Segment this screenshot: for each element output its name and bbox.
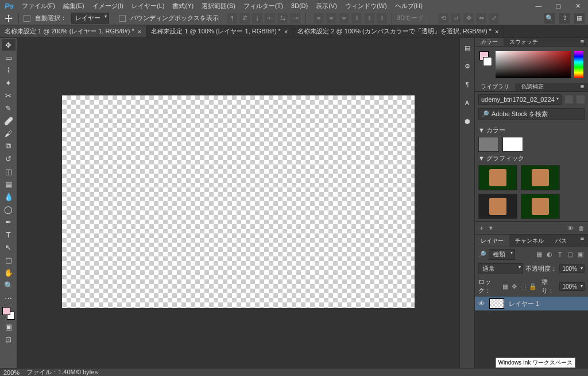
dist-top-button[interactable]: ≡ bbox=[314, 13, 324, 24]
menu-filter[interactable]: フィルター(T) bbox=[243, 2, 283, 10]
filter-pixel-icon[interactable]: ▦ bbox=[535, 251, 543, 259]
foreground-color-swatch[interactable] bbox=[2, 307, 10, 315]
lock-position-icon[interactable]: ✥ bbox=[510, 282, 517, 290]
filter-smart-icon[interactable]: ▣ bbox=[577, 251, 585, 259]
crop-tool[interactable]: ✂ bbox=[2, 90, 16, 101]
align-right-button[interactable]: ⭲ bbox=[290, 13, 300, 24]
lock-pixels-icon[interactable]: ▦ bbox=[502, 282, 509, 290]
library-sync-icon[interactable]: 👁 bbox=[567, 225, 574, 232]
color-field[interactable] bbox=[496, 51, 571, 78]
3d-zoom-button[interactable]: ⤢ bbox=[489, 13, 499, 24]
move-tool-icon[interactable] bbox=[3, 13, 14, 24]
3d-pan-button[interactable]: ✥ bbox=[463, 13, 474, 24]
quick-mask-button[interactable]: ▣ bbox=[2, 321, 16, 332]
minimize-button[interactable]: — bbox=[533, 2, 544, 9]
menu-layer[interactable]: レイヤー(L) bbox=[131, 2, 164, 10]
align-vcenter-button[interactable]: ⇵ bbox=[239, 13, 250, 24]
menu-view[interactable]: 表示(V) bbox=[316, 2, 337, 10]
library-delete-icon[interactable]: 🗑 bbox=[578, 225, 585, 232]
canvas-area[interactable] bbox=[17, 38, 459, 368]
magic-wand-tool[interactable]: ✦ bbox=[2, 77, 16, 89]
filter-type-icon[interactable]: T bbox=[556, 251, 564, 259]
filter-shape-icon[interactable]: ▢ bbox=[566, 251, 574, 259]
stamp-tool[interactable]: ⧉ bbox=[2, 140, 16, 152]
fill-value[interactable]: 100% bbox=[559, 282, 585, 291]
library-select[interactable]: udemy_btn1702_02_0224 bbox=[478, 94, 562, 105]
layers-panel-tab[interactable]: レイヤー bbox=[475, 235, 509, 247]
glyphs-panel-icon[interactable]: A bbox=[462, 98, 473, 108]
menu-select[interactable]: 選択範囲(S) bbox=[202, 2, 235, 10]
adjustments-panel-tab[interactable]: 色調補正 bbox=[515, 83, 550, 91]
close-window-button[interactable]: ✕ bbox=[572, 2, 583, 10]
dist-left-button[interactable]: ⦀ bbox=[351, 13, 362, 24]
show-bbox-checkbox[interactable] bbox=[119, 15, 126, 22]
pen-tool[interactable]: ✒ bbox=[2, 216, 16, 228]
healing-tool[interactable]: 🩹 bbox=[2, 115, 16, 126]
lasso-tool[interactable]: ⌇ bbox=[2, 64, 16, 76]
dodge-tool[interactable]: ◯ bbox=[2, 204, 16, 215]
align-top-button[interactable]: ⭱ bbox=[227, 13, 237, 24]
document-tab[interactable]: 名称未設定 2 @ 100% (カンバスカラーで「透明」を選択, RGB/8#)… bbox=[293, 25, 504, 37]
auto-select-checkbox[interactable] bbox=[24, 15, 30, 22]
dist-vcenter-button[interactable]: ≡ bbox=[326, 13, 336, 24]
3d-roll-button[interactable]: ⤾ bbox=[451, 13, 461, 24]
library-color-swatch[interactable] bbox=[502, 137, 523, 152]
zoom-tool[interactable]: 🔍 bbox=[2, 279, 16, 291]
library-graphic-thumb[interactable] bbox=[521, 165, 560, 190]
auto-select-target[interactable]: レイヤー bbox=[71, 13, 109, 24]
3d-slide-button[interactable]: ⇔ bbox=[476, 13, 486, 24]
marquee-tool[interactable]: ▭ bbox=[2, 52, 16, 63]
align-left-button[interactable]: ⭰ bbox=[265, 13, 275, 24]
document-info[interactable]: ファイル：1.40M/0 bytes bbox=[26, 368, 98, 376]
panel-menu-icon[interactable]: ≡ bbox=[577, 235, 588, 247]
properties-panel-icon[interactable]: ⚙ bbox=[462, 61, 473, 71]
menu-file[interactable]: ファイル(F) bbox=[22, 2, 55, 10]
edit-toolbar-button[interactable]: ⋯ bbox=[2, 292, 16, 304]
library-add-icon[interactable]: ＋ bbox=[478, 224, 485, 232]
lock-artboard-icon[interactable]: ⬚ bbox=[520, 282, 527, 290]
share-icon[interactable]: ⇪ bbox=[559, 13, 570, 24]
library-search[interactable]: 🔎 Adobe Stock を検索 bbox=[478, 108, 585, 120]
search-icon[interactable]: 🔍 bbox=[544, 13, 555, 24]
library-section-colors[interactable]: ▼ カラー bbox=[478, 126, 585, 135]
close-tab-icon[interactable]: × bbox=[284, 28, 288, 35]
history-panel-icon[interactable]: ▤ bbox=[462, 43, 473, 53]
blend-mode-select[interactable]: 通常 bbox=[478, 263, 523, 274]
eyedropper-tool[interactable]: ✎ bbox=[2, 102, 16, 114]
filter-adjust-icon[interactable]: ◐ bbox=[546, 251, 554, 259]
library-grid-view-button[interactable] bbox=[565, 95, 573, 103]
dist-right-button[interactable]: ⦀ bbox=[377, 13, 387, 24]
path-select-tool[interactable]: ↖ bbox=[2, 241, 16, 253]
channels-panel-tab[interactable]: チャンネル bbox=[509, 235, 550, 247]
color-panel-tab[interactable]: カラー bbox=[475, 38, 504, 46]
hue-slider[interactable] bbox=[574, 51, 583, 78]
maximize-button[interactable]: ▢ bbox=[552, 2, 564, 10]
document-tab[interactable]: 名称未設定 1 @ 100% (レイヤー 1, RGB/8#) * × bbox=[146, 25, 293, 37]
zoom-level[interactable]: 200% bbox=[3, 369, 20, 376]
shape-tool[interactable]: ▢ bbox=[2, 254, 16, 266]
dist-hcenter-button[interactable]: ⦀ bbox=[364, 13, 374, 24]
canvas[interactable] bbox=[62, 95, 415, 308]
library-list-view-button[interactable] bbox=[577, 95, 585, 103]
3d-panel-icon[interactable]: ⬢ bbox=[462, 116, 473, 126]
paths-panel-tab[interactable]: パス bbox=[550, 235, 572, 247]
blur-tool[interactable]: 💧 bbox=[2, 191, 16, 202]
character-panel-icon[interactable]: ¶ bbox=[462, 79, 473, 90]
library-section-graphics[interactable]: ▼ グラフィック bbox=[478, 154, 585, 163]
menu-3d[interactable]: 3D(D) bbox=[291, 2, 308, 9]
library-color-swatch[interactable] bbox=[478, 137, 499, 152]
library-graphic-thumb[interactable] bbox=[478, 194, 517, 219]
menu-type[interactable]: 書式(Y) bbox=[172, 2, 194, 10]
menu-edit[interactable]: 編集(E) bbox=[63, 2, 84, 10]
menu-image[interactable]: イメージ(I) bbox=[92, 2, 123, 10]
menu-help[interactable]: ヘルプ(H) bbox=[395, 2, 423, 10]
opacity-value[interactable]: 100% bbox=[559, 264, 585, 273]
panel-menu-icon[interactable]: ≡ bbox=[577, 38, 588, 46]
move-tool[interactable]: ✥ bbox=[2, 39, 16, 51]
workspace-icon[interactable]: ▦ bbox=[574, 13, 585, 24]
eraser-tool[interactable]: ◫ bbox=[2, 166, 16, 177]
color-swatches[interactable] bbox=[2, 307, 15, 320]
type-tool[interactable]: T bbox=[2, 229, 16, 240]
library-graphic-thumb[interactable] bbox=[478, 165, 517, 190]
panel-menu-icon[interactable]: ≡ bbox=[577, 83, 588, 91]
